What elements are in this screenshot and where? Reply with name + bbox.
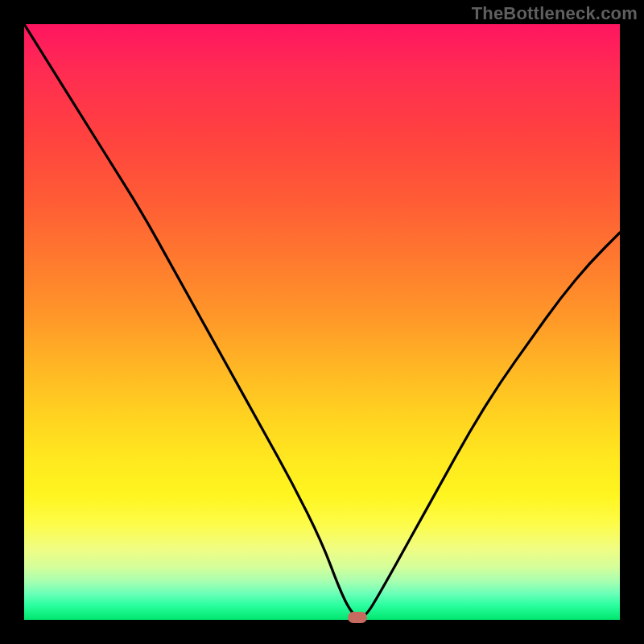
- plot-area: [24, 24, 620, 620]
- bottleneck-curve: [24, 24, 620, 620]
- optimal-point-marker: [348, 612, 367, 623]
- watermark-text: TheBottleneck.com: [472, 3, 638, 24]
- chart-frame: TheBottleneck.com: [0, 0, 644, 644]
